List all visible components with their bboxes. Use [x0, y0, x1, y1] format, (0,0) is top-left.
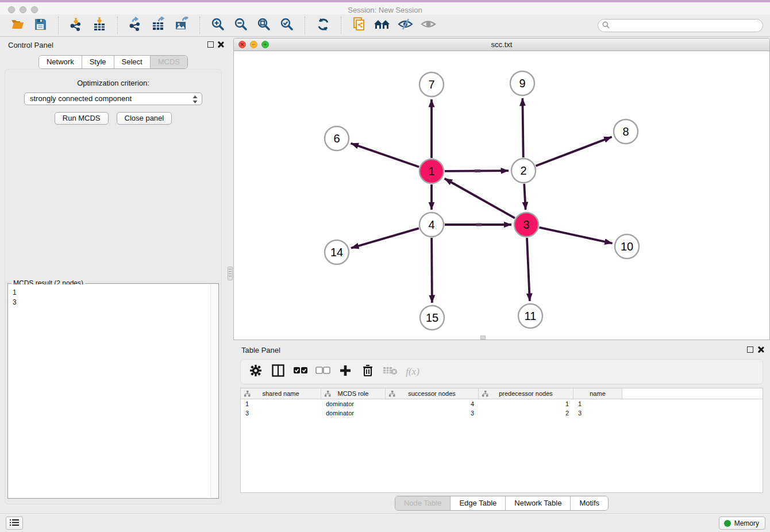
graph-node-label: 15 [426, 311, 438, 324]
table-row[interactable]: 3 dominator 3 2 3 [241, 408, 763, 418]
plus-icon [339, 364, 352, 379]
column-header-predecessor-nodes[interactable]: predecessor nodes [479, 388, 573, 399]
show-columns-button[interactable] [269, 363, 287, 380]
graph-edge-3-11[interactable] [527, 238, 530, 301]
tab-mcds[interactable]: MCDS [150, 56, 187, 68]
node-table[interactable]: shared name MCDS role successor nodes pr… [240, 388, 763, 493]
select-all-rows-button[interactable] [291, 363, 310, 380]
graph-edge-4-15[interactable] [432, 238, 432, 303]
column-header-mcds-role[interactable]: MCDS role [321, 388, 386, 399]
memory-button[interactable]: Memory [719, 516, 765, 530]
criterion-select-value: strongly connected component [30, 94, 132, 103]
tab-network[interactable]: Network [39, 56, 82, 68]
control-panel-tabbar: Network Style Select MCDS [0, 55, 226, 69]
home-icon [374, 17, 391, 33]
save-session-button[interactable] [32, 17, 48, 33]
toolbar-separator [117, 17, 118, 34]
show-panel-button[interactable] [420, 17, 436, 33]
network-minimize-button[interactable]: − [250, 41, 257, 48]
tab-style[interactable]: Style [82, 56, 114, 68]
create-column-button[interactable] [336, 363, 355, 380]
run-mcds-button[interactable]: Run MCDS [55, 112, 109, 125]
export-table-button[interactable] [151, 17, 167, 33]
close-panel-icon[interactable] [217, 41, 224, 48]
zoom-in-icon [210, 17, 225, 34]
graph-edge-4-14[interactable] [351, 228, 419, 248]
table-row[interactable]: 1 dominator 4 1 1 [241, 399, 763, 408]
network-view-window: scc.txt ✕ − + 7968124314101511 [233, 38, 770, 340]
tab-network-table[interactable]: Network Table [505, 496, 570, 510]
minimize-window-button[interactable] [20, 6, 26, 13]
export-network-icon [128, 17, 143, 34]
function-builder-button[interactable]: f(x) [403, 363, 422, 380]
tab-motifs[interactable]: Motifs [570, 496, 608, 510]
graph-edge-2-9[interactable] [522, 98, 523, 157]
close-panel-button[interactable]: Close panel [117, 112, 172, 125]
horizontal-splitter-handle[interactable] [480, 336, 486, 340]
graph-node-label: 11 [525, 310, 537, 322]
refresh-button[interactable] [315, 17, 331, 33]
export-network-button[interactable] [128, 17, 144, 33]
graph-edge-2-3[interactable] [524, 184, 525, 210]
import-table-button[interactable] [91, 17, 107, 33]
column-header-shared-name[interactable]: shared name [241, 388, 321, 399]
column-header-name[interactable]: name [573, 388, 622, 399]
toolbar-separator [305, 17, 305, 34]
mcds-result-line: 3 [13, 298, 210, 307]
search-input[interactable] [613, 21, 756, 30]
network-maximize-button[interactable]: + [261, 41, 269, 48]
graph-node-label: 14 [330, 246, 343, 259]
graph-node-label: 1 [428, 165, 434, 178]
trash-icon [361, 364, 374, 380]
close-window-button[interactable] [8, 6, 15, 13]
open-session-button[interactable] [9, 17, 25, 33]
network-window-title: scc.txt [234, 38, 769, 51]
network-canvas[interactable]: 7968124314101511 [234, 51, 769, 340]
export-table-icon [151, 17, 166, 34]
tab-edge-table[interactable]: Edge Table [450, 496, 505, 510]
deselect-all-rows-button[interactable] [314, 363, 332, 380]
mcds-result-list[interactable]: 1 3 [9, 284, 210, 498]
home-button[interactable] [374, 17, 390, 33]
table-panel-header: Table Panel [233, 342, 770, 358]
search-field[interactable] [598, 19, 763, 32]
network-window-titlebar[interactable]: scc.txt ✕ − + [234, 38, 769, 51]
table-settings-button[interactable] [247, 363, 265, 380]
clone-network-button[interactable] [351, 17, 367, 33]
table-panel-title: Table Panel [241, 346, 280, 354]
graph-edge-1-6[interactable] [351, 143, 419, 167]
zoom-selected-button[interactable] [279, 17, 295, 33]
column-header-successor-nodes[interactable]: successor nodes [386, 388, 479, 399]
import-network-button[interactable] [68, 17, 84, 33]
zoom-fit-button[interactable] [256, 17, 272, 33]
zoom-in-button[interactable] [210, 17, 226, 33]
graph-edge-3-1[interactable] [445, 179, 515, 218]
eye-slash-icon [398, 17, 413, 33]
export-image-button[interactable] [174, 17, 190, 33]
graph-node-label: 10 [621, 240, 633, 253]
network-graph[interactable]: 7968124314101511 [234, 51, 769, 340]
zoom-out-button[interactable] [233, 17, 249, 33]
zoom-window-button[interactable] [31, 6, 38, 13]
close-table-panel-icon[interactable] [757, 346, 764, 353]
network-close-button[interactable]: ✕ [238, 41, 246, 48]
open-folder-icon [10, 17, 25, 34]
float-table-panel-icon[interactable] [747, 346, 753, 353]
toolbar-separator [58, 17, 59, 34]
vertical-splitter-handle[interactable] [228, 267, 233, 280]
criterion-select[interactable]: strongly connected component [24, 92, 202, 105]
memory-button-label: Memory [734, 519, 759, 527]
graph-edge-3-10[interactable] [539, 228, 612, 244]
tab-select[interactable]: Select [114, 56, 150, 68]
float-panel-icon[interactable] [207, 41, 214, 48]
task-history-button[interactable] [6, 516, 23, 530]
search-icon [602, 21, 610, 31]
zoom-fit-icon [256, 17, 271, 34]
tab-node-table[interactable]: Node Table [395, 496, 451, 510]
mcds-result-scrollbar[interactable] [210, 284, 218, 498]
delete-table-button[interactable] [381, 363, 399, 380]
table-toolbar: f(x) [240, 359, 763, 384]
hide-panel-button[interactable] [397, 17, 413, 33]
delete-columns-button[interactable] [359, 363, 377, 380]
graph-edge-2-8[interactable] [536, 137, 611, 166]
